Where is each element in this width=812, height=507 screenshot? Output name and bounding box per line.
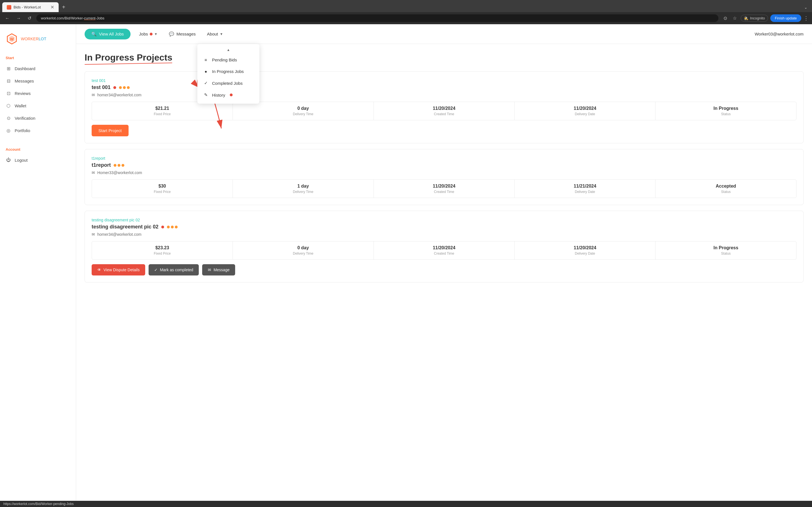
message-button[interactable]: ✉ Message bbox=[202, 264, 235, 276]
dropdown-item-label: History bbox=[212, 93, 225, 98]
about-label: About bbox=[207, 32, 218, 36]
page-title-text: In Progress Projects bbox=[85, 52, 172, 62]
dropdown-item-label: Completed Jobs bbox=[212, 81, 243, 86]
new-tab-button[interactable]: + bbox=[60, 3, 68, 11]
forward-button[interactable]: → bbox=[15, 15, 22, 22]
nav-about[interactable]: About ▼ bbox=[204, 29, 226, 39]
cast-button[interactable]: ⊙ bbox=[722, 14, 729, 22]
finish-update-button[interactable]: Finish update bbox=[770, 14, 801, 22]
page-title: In Progress Projects bbox=[85, 52, 172, 63]
main-content: In Progress Projects test 001 test 001 ✉ bbox=[76, 44, 812, 506]
job-card-3: testing disagreement pic 02 testing disa… bbox=[85, 211, 804, 283]
tab-bar: Bids - WorkerLot ✕ + ⌄ bbox=[0, 0, 812, 12]
view-all-jobs-button[interactable]: 🔍 View All Jobs bbox=[85, 29, 131, 40]
job-stat-delivdate-2: 11/21/2024 Delivery Date bbox=[515, 180, 656, 198]
active-tab[interactable]: Bids - WorkerLot ✕ bbox=[2, 2, 59, 12]
tab-close-button[interactable]: ✕ bbox=[50, 4, 54, 10]
sidebar-item-logout[interactable]: ⏻ Logout bbox=[0, 154, 76, 166]
dropdown-completed-jobs[interactable]: ✓ Completed Jobs bbox=[197, 77, 259, 89]
account-section-label: Account bbox=[0, 145, 76, 154]
portfolio-icon: ◎ bbox=[6, 128, 11, 133]
job-stat-delivery-3: 0 day Delivery Time bbox=[233, 241, 374, 260]
sidebar-item-portfolio[interactable]: ◎ Portfolio bbox=[0, 124, 76, 136]
sidebar: W WORKERLOT Start ⊞ Dashboard ⊟ Messages… bbox=[0, 24, 76, 506]
bookmark-button[interactable]: ☆ bbox=[731, 14, 739, 22]
status-bar-url: https://workerlot.com/Bid/Worker-pending… bbox=[3, 502, 73, 506]
mark-completed-button[interactable]: ✓ Mark as completed bbox=[149, 264, 199, 276]
dropdown-history[interactable]: ✎ History bbox=[197, 89, 259, 101]
sidebar-item-messages[interactable]: ⊟ Messages bbox=[0, 75, 76, 87]
job-stat-delivery-label-3: Delivery Time bbox=[238, 251, 369, 256]
sidebar-item-label: Wallet bbox=[15, 103, 26, 108]
job-stat-created-value-3: 11/20/2024 bbox=[378, 245, 510, 250]
job-stat-price-3: $23.23 Fixed Price bbox=[92, 241, 233, 260]
browser-actions: ⊙ ☆ 🕵 Incognito Finish update ⋮ bbox=[722, 14, 809, 22]
job-title-3: testing disagreement pic 02 bbox=[92, 224, 158, 230]
nav-jobs-dropdown[interactable]: Jobs ▼ bbox=[136, 29, 160, 39]
nav-messages[interactable]: 💬 Messages bbox=[166, 29, 199, 39]
url-highlight: current bbox=[84, 16, 95, 20]
url-suffix: -Jobs bbox=[95, 16, 104, 20]
job-stat-delivdate-value-3: 11/20/2024 bbox=[519, 245, 651, 250]
job-link-2[interactable]: t1report bbox=[92, 156, 797, 161]
job-stat-delivery-label: Delivery Time bbox=[238, 112, 369, 116]
job-stat-price-value-3: $23.23 bbox=[96, 245, 228, 250]
app: W WORKERLOT Start ⊞ Dashboard ⊟ Messages… bbox=[0, 24, 812, 506]
job-stat-delivdate-value-2: 11/21/2024 bbox=[519, 184, 651, 189]
svg-text:W: W bbox=[10, 37, 14, 41]
tab-expand-button[interactable]: ⌄ bbox=[802, 4, 810, 11]
start-project-button-1[interactable]: Start Project bbox=[92, 125, 129, 136]
incognito-label: Incognito bbox=[750, 16, 765, 20]
job-1-red-dot bbox=[113, 86, 116, 89]
job-stat-delivdate-3: 11/20/2024 Delivery Date bbox=[515, 241, 656, 260]
job-stat-status-value-3: In Progress bbox=[660, 245, 792, 250]
sidebar-item-wallet[interactable]: ⬡ Wallet bbox=[0, 100, 76, 112]
job-stat-delivery-2: 1 day Delivery Time bbox=[233, 180, 374, 198]
view-dispute-button[interactable]: 👁 View Dispute Details bbox=[92, 264, 145, 276]
job-stat-created-2: 11/20/2024 Created Time bbox=[374, 180, 515, 198]
job-stat-delivery-label-2: Delivery Time bbox=[238, 190, 369, 194]
job-card-1: test 001 test 001 ✉ homer34@workerlot.co… bbox=[85, 71, 804, 144]
job-stat-status-value-1: In Progress bbox=[660, 106, 792, 111]
job-stats-3: $23.23 Fixed Price 0 day Delivery Time 1… bbox=[92, 241, 797, 260]
status-bar: https://workerlot.com/Bid/Worker-pending… bbox=[0, 501, 812, 506]
dropdown-in-progress-jobs[interactable]: ● In Progress Jobs bbox=[197, 66, 259, 77]
logo-icon: W bbox=[6, 33, 18, 45]
back-button[interactable]: ← bbox=[3, 15, 11, 22]
job-stat-delivery-value-1: 0 day bbox=[238, 106, 369, 111]
logo-worker: WORKER bbox=[21, 37, 39, 41]
more-button[interactable]: ⋮ bbox=[804, 15, 809, 21]
search-icon: 🔍 bbox=[91, 32, 97, 37]
job-stat-created-3: 11/20/2024 Created Time bbox=[374, 241, 515, 260]
sidebar-item-reviews[interactable]: ⊡ Reviews bbox=[0, 87, 76, 100]
job-1-dot-1 bbox=[119, 86, 122, 89]
url-bar[interactable]: workerlot.com/Bid/Worker-current-Jobs bbox=[36, 14, 718, 22]
job-stat-created-label-3: Created Time bbox=[378, 251, 510, 256]
job-stat-delivery-value-2: 1 day bbox=[238, 184, 369, 189]
job-stat-delivdate-label-2: Delivery Date bbox=[519, 190, 651, 194]
list-icon: ≡ bbox=[203, 57, 209, 62]
dropdown-pending-bids[interactable]: ≡ Pending Bids bbox=[197, 54, 259, 66]
email-icon-2: ✉ bbox=[92, 170, 95, 175]
job-link-3[interactable]: testing disagreement pic 02 bbox=[92, 218, 797, 222]
refresh-button[interactable]: ↺ bbox=[26, 14, 33, 22]
job-stat-created-value-2: 11/20/2024 bbox=[378, 184, 510, 189]
sidebar-item-verification[interactable]: ⊙ Verification bbox=[0, 112, 76, 124]
job-stat-price-value-1: $21.21 bbox=[96, 106, 228, 111]
jobs-dropdown-arrow: ▼ bbox=[154, 32, 158, 36]
job-stats-2: $30 Fixed Price 1 day Delivery Time 11/2… bbox=[92, 179, 797, 198]
email-icon-3: ✉ bbox=[92, 232, 95, 237]
about-dropdown-arrow: ▼ bbox=[220, 32, 223, 36]
wallet-icon: ⬡ bbox=[6, 103, 11, 108]
job-stat-status-label: Status bbox=[660, 112, 792, 116]
sidebar-item-label: Portfolio bbox=[15, 128, 30, 133]
dashboard-icon: ⊞ bbox=[6, 66, 11, 71]
reviews-icon: ⊡ bbox=[6, 91, 11, 96]
job-3-dot-1 bbox=[167, 226, 170, 228]
sidebar-item-label: Reviews bbox=[15, 91, 31, 96]
sidebar-item-dashboard[interactable]: ⊞ Dashboard bbox=[0, 62, 76, 75]
job-title-1: test 001 bbox=[92, 84, 110, 91]
incognito-button[interactable]: 🕵 Incognito bbox=[741, 15, 768, 22]
sidebar-item-label: Logout bbox=[15, 158, 28, 163]
job-email-3: ✉ homer34@workerlot.com bbox=[92, 232, 797, 237]
